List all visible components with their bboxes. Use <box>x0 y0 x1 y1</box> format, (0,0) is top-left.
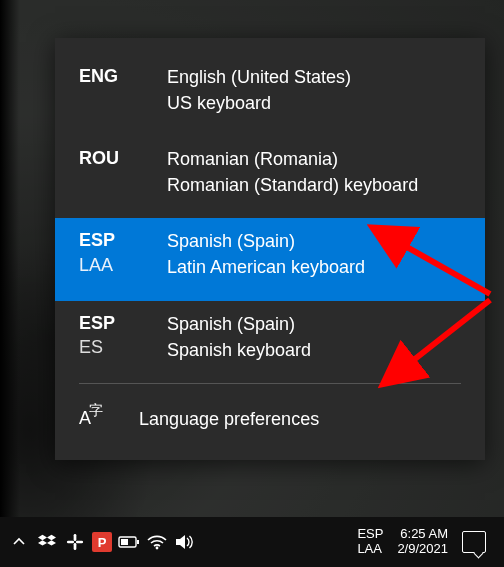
language-desc: Spanish (Spain) Spanish keyboard <box>167 311 311 363</box>
polaris-office-icon[interactable]: P <box>92 532 112 552</box>
language-abbr-primary: ESP <box>79 228 167 252</box>
svg-marker-5 <box>47 535 56 540</box>
slack-icon[interactable] <box>64 531 86 553</box>
language-abbr: ESP LAA <box>79 228 167 277</box>
language-preferences-label: Language preferences <box>139 409 319 430</box>
keyboard-layout: Romanian (Standard) keyboard <box>167 172 418 198</box>
language-preferences-link[interactable]: Language preferences <box>55 384 485 460</box>
language-desc: Romanian (Romania) Romanian (Standard) k… <box>167 146 418 198</box>
svg-marker-7 <box>47 540 56 545</box>
language-abbr: ESP ES <box>79 311 167 360</box>
taskbar-clock[interactable]: 6:25 AM 2/9/2021 <box>397 527 448 557</box>
svg-rect-14 <box>121 539 128 545</box>
taskbar-lang-abbr2: LAA <box>357 542 382 557</box>
language-abbr-primary: ROU <box>79 146 167 170</box>
language-desc: English (United States) US keyboard <box>167 64 351 116</box>
language-abbr-primary: ESP <box>79 311 167 335</box>
language-item-eng[interactable]: ENG English (United States) US keyboard <box>55 54 485 136</box>
dropbox-icon[interactable] <box>36 531 58 553</box>
keyboard-layout: Spanish keyboard <box>167 337 311 363</box>
left-vignette <box>0 0 20 567</box>
keyboard-layout: US keyboard <box>167 90 351 116</box>
action-center-icon[interactable] <box>462 531 486 553</box>
wifi-icon[interactable] <box>146 531 168 553</box>
language-abbr: ROU <box>79 146 167 170</box>
svg-rect-11 <box>76 541 83 544</box>
keyboard-layout: Latin American keyboard <box>167 254 365 280</box>
svg-rect-10 <box>67 541 74 544</box>
language-abbr: ENG <box>79 64 167 88</box>
language-name: Spanish (Spain) <box>167 228 365 254</box>
language-desc: Spanish (Spain) Latin American keyboard <box>167 228 365 280</box>
language-name: English (United States) <box>167 64 351 90</box>
svg-rect-9 <box>74 543 77 550</box>
svg-rect-13 <box>137 540 139 544</box>
taskbar: P ESP LAA 6:25 AM 2/9/2021 <box>0 517 504 567</box>
taskbar-time: 6:25 AM <box>400 527 448 542</box>
language-item-rou[interactable]: ROU Romanian (Romania) Romanian (Standar… <box>55 136 485 218</box>
battery-icon[interactable] <box>118 531 140 553</box>
taskbar-date: 2/9/2021 <box>397 542 448 557</box>
svg-marker-16 <box>176 535 185 549</box>
svg-rect-8 <box>74 534 77 541</box>
svg-point-15 <box>156 547 159 550</box>
language-item-esp-laa[interactable]: ESP LAA Spanish (Spain) Latin American k… <box>55 218 485 300</box>
language-abbr-primary: ENG <box>79 64 167 88</box>
svg-marker-6 <box>38 540 47 545</box>
taskbar-language-indicator[interactable]: ESP LAA <box>357 527 383 557</box>
language-abbr-secondary: LAA <box>79 253 167 277</box>
language-glyph-icon <box>79 406 107 434</box>
language-abbr-secondary: ES <box>79 335 167 359</box>
svg-marker-4 <box>38 535 47 540</box>
language-item-esp-es[interactable]: ESP ES Spanish (Spain) Spanish keyboard <box>55 301 485 383</box>
chevron-up-icon[interactable] <box>8 531 30 553</box>
language-name: Romanian (Romania) <box>167 146 418 172</box>
taskbar-lang-abbr1: ESP <box>357 527 383 542</box>
language-switcher-flyout: ENG English (United States) US keyboard … <box>55 38 485 460</box>
tray-clock-area: ESP LAA 6:25 AM 2/9/2021 <box>357 527 504 557</box>
volume-icon[interactable] <box>174 531 196 553</box>
tray-overflow-area: P <box>0 531 196 553</box>
language-name: Spanish (Spain) <box>167 311 311 337</box>
